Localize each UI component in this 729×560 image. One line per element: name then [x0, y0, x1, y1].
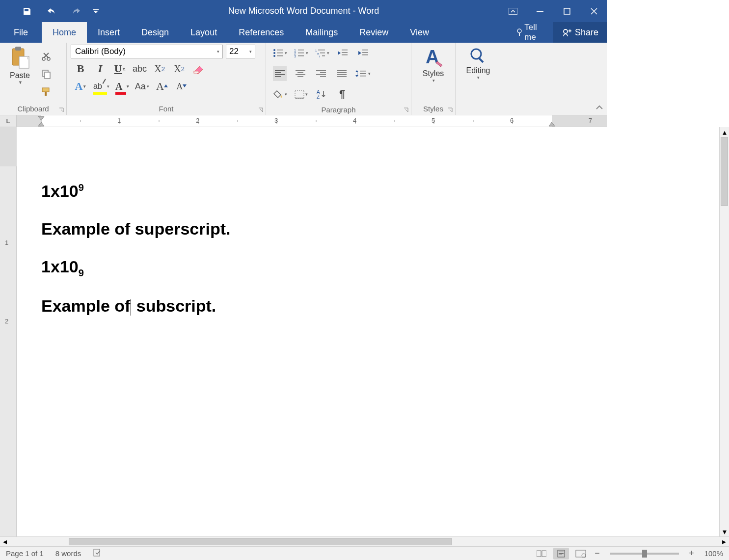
svg-rect-47 — [296, 74, 305, 75]
cut-icon[interactable] — [40, 49, 54, 64]
svg-rect-8 — [15, 47, 21, 51]
group-paragraph: ▾ 123▾ 1ai▾ ▾ ▾ ▾ AZ ¶ Paragraph — [266, 43, 411, 115]
editing-button[interactable]: Editing ▾ — [460, 45, 496, 104]
change-case-button[interactable]: Aa▾ — [135, 79, 149, 94]
tab-mailings[interactable]: Mailings — [295, 22, 349, 43]
clipboard-dialog-launcher-icon[interactable] — [58, 106, 65, 113]
window-controls — [499, 0, 607, 22]
clear-formatting-icon[interactable] — [192, 61, 206, 76]
font-size-value: 22 — [229, 47, 239, 56]
svg-rect-49 — [316, 70, 326, 71]
undo-icon[interactable] — [39, 0, 64, 22]
tab-review[interactable]: Review — [349, 22, 399, 43]
multilevel-list-button[interactable]: 1ai▾ — [315, 46, 329, 60]
underline-button[interactable]: U▾ — [113, 61, 127, 76]
chevron-down-icon: ▾ — [432, 78, 435, 83]
svg-point-6 — [564, 29, 567, 33]
font-dialog-launcher-icon[interactable] — [258, 106, 265, 113]
borders-button[interactable]: ▾ — [294, 87, 308, 102]
svg-rect-67 — [478, 57, 484, 63]
ribbon-display-options-icon[interactable] — [499, 0, 526, 22]
increase-indent-button[interactable] — [357, 46, 371, 60]
svg-rect-15 — [45, 92, 47, 96]
paste-button[interactable]: Paste ▼ — [4, 45, 36, 104]
horizontal-ruler[interactable]: L 1 2 3 — [0, 115, 607, 127]
shading-button[interactable]: ▾ — [273, 87, 287, 102]
line-spacing-button[interactable]: ▾ — [355, 66, 371, 81]
svg-text:Z: Z — [317, 94, 320, 99]
document-content[interactable]: 1x109 Example of superscript. 1x109 Exam… — [41, 181, 607, 316]
svg-rect-2 — [537, 11, 543, 12]
superscript-button[interactable]: X2 — [172, 61, 186, 76]
window-title: New Microsoft Word Document - Word — [228, 6, 379, 16]
decrease-indent-button[interactable] — [336, 46, 350, 60]
chevron-down-icon: ▾ — [306, 51, 308, 55]
redo-icon[interactable] — [64, 0, 88, 22]
chevron-down-icon: ▾ — [83, 84, 86, 89]
svg-rect-16 — [194, 71, 199, 73]
ruler-mark: 1 — [117, 117, 121, 124]
svg-rect-38 — [362, 50, 368, 51]
minimize-icon[interactable] — [526, 0, 553, 22]
svg-point-4 — [517, 29, 521, 33]
strikethrough-button[interactable]: abc — [133, 61, 147, 76]
grow-font-button[interactable]: A — [155, 79, 169, 94]
font-color-button[interactable]: A▾ — [115, 79, 129, 94]
tab-insert[interactable]: Insert — [87, 22, 131, 43]
svg-text:i: i — [319, 55, 320, 57]
tell-me-search[interactable]: Tell me — [509, 22, 553, 43]
font-size-combo[interactable]: 22 ▾ — [226, 45, 255, 58]
svg-rect-22 — [277, 55, 283, 56]
collapse-ribbon-icon[interactable] — [595, 103, 603, 112]
text-effects-button[interactable]: A▾ — [74, 79, 87, 94]
bullets-button[interactable]: ▾ — [273, 46, 287, 60]
tab-layout[interactable]: Layout — [180, 22, 228, 43]
styles-button[interactable]: A Styles ▾ — [417, 45, 450, 104]
tab-references[interactable]: References — [228, 22, 295, 43]
chevron-down-icon: ▾ — [147, 84, 149, 89]
svg-rect-53 — [337, 70, 347, 71]
numbering-button[interactable]: 123▾ — [294, 46, 308, 60]
save-icon[interactable] — [15, 0, 39, 22]
bold-button[interactable]: B — [74, 61, 87, 76]
align-right-button[interactable] — [314, 66, 328, 81]
paragraph-dialog-launcher-icon[interactable] — [403, 106, 410, 113]
share-button[interactable]: Share — [553, 22, 607, 43]
subscript-button[interactable]: X2 — [153, 61, 166, 76]
svg-text:2: 2 — [5, 318, 8, 325]
tab-view[interactable]: View — [399, 22, 440, 43]
tell-me-label: Tell me — [524, 23, 546, 42]
tab-design[interactable]: Design — [131, 22, 180, 43]
styles-dialog-launcher-icon[interactable] — [447, 106, 454, 113]
group-font: Calibri (Body) ▾ 22 ▾ B I U▾ abc X2 X2 A… — [67, 43, 266, 115]
italic-button[interactable]: I — [93, 61, 107, 76]
maximize-icon[interactable] — [553, 0, 580, 22]
format-painter-icon[interactable] — [40, 84, 54, 99]
show-hide-button[interactable]: ¶ — [335, 87, 349, 102]
doc-line-4: Example of subscript. — [41, 296, 607, 316]
copy-icon[interactable] — [40, 67, 54, 81]
ruler-mark: 6 — [510, 117, 513, 124]
shrink-font-button[interactable]: A — [175, 79, 189, 94]
chevron-down-icon: ▾ — [368, 71, 371, 76]
ribbon-tabs: File Home Insert Design Layout Reference… — [0, 22, 607, 43]
styles-label: Styles — [423, 69, 444, 78]
tab-home[interactable]: Home — [42, 22, 87, 43]
document-page[interactable]: 1x109 Example of superscript. 1x109 Exam… — [17, 127, 607, 466]
qat-customize-icon[interactable] — [88, 0, 103, 22]
align-center-button[interactable] — [294, 66, 307, 81]
quick-access-toolbar — [0, 0, 103, 22]
sort-button[interactable]: AZ — [315, 87, 328, 102]
svg-rect-51 — [316, 74, 326, 75]
svg-rect-34 — [322, 55, 325, 56]
justify-button[interactable] — [335, 66, 349, 81]
chevron-down-icon: ▾ — [249, 49, 252, 54]
highlight-button[interactable]: ab▾ — [93, 79, 109, 94]
font-name-combo[interactable]: Calibri (Body) ▾ — [71, 45, 223, 58]
align-left-button[interactable] — [273, 66, 287, 81]
vertical-ruler[interactable]: 1 2 — [0, 127, 17, 466]
tab-file[interactable]: File — [0, 22, 42, 43]
ribbon: Paste ▼ Clipboard Calibri (Body) ▾ 22 ▾ — [0, 43, 607, 115]
svg-text:3: 3 — [294, 54, 296, 57]
close-icon[interactable] — [580, 0, 607, 22]
